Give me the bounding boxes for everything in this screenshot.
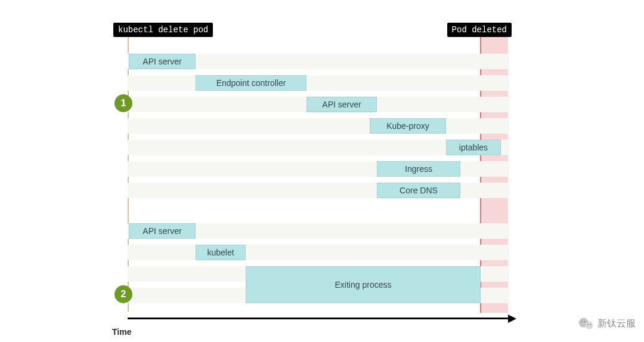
tag-kubectl-delete: kubectl delete pod: [113, 23, 213, 37]
lane: [128, 245, 509, 260]
svg-point-3: [584, 321, 586, 322]
lane: [128, 75, 509, 91]
tag-pod-deleted: Pod deleted: [447, 23, 512, 37]
lane: [128, 118, 509, 134]
time-axis-label: Time: [112, 327, 131, 337]
bar-api-server-1: API server: [129, 54, 196, 69]
svg-point-2: [581, 321, 583, 322]
svg-point-4: [587, 324, 589, 325]
bar-exiting-process: Exiting process: [246, 266, 481, 303]
svg-point-1: [586, 321, 593, 329]
bar-core-dns: Core DNS: [377, 183, 460, 198]
bar-iptables: iptables: [446, 140, 501, 155]
timeline-diagram: kubectl delete pod Pod deleted API serve…: [113, 23, 519, 309]
bar-kubelet: kubelet: [196, 245, 246, 260]
bar-api-server-3: API server: [129, 223, 196, 239]
badge-two: 2: [114, 285, 132, 303]
svg-point-5: [590, 324, 591, 325]
wechat-icon: [578, 317, 594, 330]
bar-ingress: Ingress: [377, 161, 460, 177]
watermark-text: 新钛云服: [597, 318, 636, 330]
bar-api-server-2: API server: [306, 97, 377, 112]
time-axis-line: [128, 318, 509, 319]
badge-one: 1: [114, 94, 132, 112]
arrow-right-icon: [508, 315, 516, 323]
watermark: 新钛云服: [578, 317, 636, 330]
bar-endpoint-controller: Endpoint controller: [196, 75, 306, 91]
bar-kube-proxy: Kube-proxy: [370, 118, 446, 134]
